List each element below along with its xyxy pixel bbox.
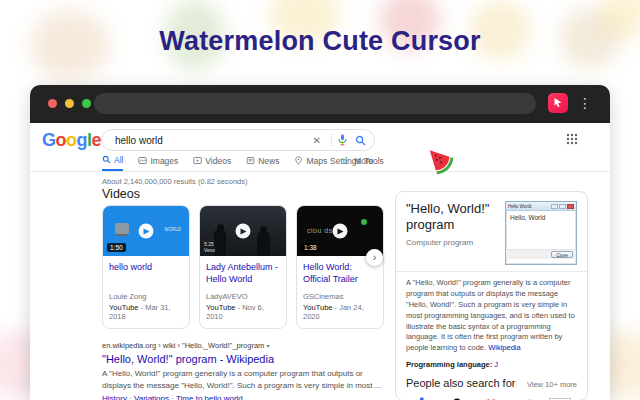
tab-images[interactable]: Images [138, 154, 178, 171]
green-badge [361, 219, 367, 225]
maps-tab-icon [294, 156, 303, 165]
pasf-item-linux[interactable]: Linux [440, 396, 474, 400]
video-source: YouTube [303, 303, 332, 312]
video-meta: GSCinemas YouTubeJan 24, 2020 [297, 292, 383, 328]
google-apps-grid-icon[interactable] [566, 133, 578, 145]
tab-label: Images [150, 156, 178, 166]
tab-all[interactable]: All [102, 154, 123, 171]
play-icon [236, 224, 251, 239]
dialog-body-text: Hello, World [506, 211, 576, 249]
play-icon [333, 224, 348, 239]
tab-news[interactable]: News [246, 154, 279, 171]
traffic-lights [48, 99, 91, 108]
dialog-close-action: Close [551, 251, 573, 258]
video-meta: LadyAVEVO YouTubeNov 6, 2010 [200, 292, 286, 328]
search-tab-icon [102, 155, 111, 164]
videos-tab-icon [193, 156, 202, 165]
organic-result: en.wikipedia.org › wiki › "Hello,_World!… [102, 341, 382, 400]
thumbnail-text: WORLD [164, 227, 181, 232]
close-window-button[interactable] [48, 99, 57, 108]
view-more-link[interactable]: View 10+ more [527, 380, 577, 389]
hello-world-dialog-image[interactable]: Hello World Hello, World Close [505, 201, 577, 265]
video-card[interactable]: 5:25 Vevo Lady Antebellum - Hello World … [199, 205, 287, 329]
clear-search-icon[interactable]: ✕ [308, 135, 326, 146]
knowledge-panel-description: A "Hello, World!" program generally is a… [406, 278, 577, 354]
browser-window: ⋮ Google hello world ✕ [30, 85, 610, 400]
google-logo[interactable]: Google [42, 130, 101, 151]
cursor-arrow-icon [552, 97, 564, 109]
video-duration-badge: 1:38 [301, 243, 320, 252]
person-silhouette [257, 232, 270, 256]
wikipedia-link[interactable]: Wikipedia [488, 343, 521, 352]
pasf-item-intellisense[interactable]: IntelliSen... [542, 396, 577, 400]
person-silhouette [214, 230, 226, 256]
result-sitelinks: HistoryVariationsTime to hello world [102, 394, 382, 400]
browser-menu-icon[interactable]: ⋮ [578, 92, 592, 114]
video-title-link[interactable]: hello world [103, 256, 189, 274]
people-also-search-items: docker Docker [406, 396, 577, 400]
address-bar[interactable] [94, 93, 536, 114]
sitelink[interactable]: Time to hello world [169, 394, 243, 400]
vevo-watermark: 5:25 Vevo [204, 241, 215, 253]
video-title-link[interactable]: Lady Antebellum - Hello World [200, 256, 286, 285]
results-stats: About 2,140,000,000 results (0.82 second… [102, 177, 248, 186]
logo-letter: g [77, 130, 88, 150]
video-source: YouTube [109, 303, 138, 312]
tab-label: News [258, 156, 279, 166]
result-title-link[interactable]: "Hello, World!" program - Wikipedia [102, 353, 382, 365]
video-meta: Louie Zong YouTubeMar 31, 2018 [103, 292, 189, 328]
video-source: YouTube [206, 303, 235, 312]
video-thumbnail[interactable]: WORLD 1:50 [103, 206, 189, 256]
search-input[interactable]: hello world ✕ [101, 129, 375, 151]
browser-titlebar: ⋮ [30, 85, 610, 122]
result-breadcrumb[interactable]: en.wikipedia.org › wiki › "Hello,_World!… [102, 341, 382, 350]
tv-illustration [115, 223, 129, 234]
logo-letter: G [42, 130, 56, 150]
video-channel: Louie Zong [109, 292, 183, 301]
settings-menu[interactable]: Settings [330, 156, 361, 166]
video-card[interactable]: WORLD 1:50 hello world Louie Zong YouTub… [102, 205, 190, 329]
minimize-window-button[interactable] [65, 99, 74, 108]
carousel-next-button[interactable]: › [366, 249, 383, 266]
tab-maps[interactable]: Maps [294, 154, 327, 171]
thumbnail-text: clou ds [307, 227, 333, 234]
video-duration-badge: 1:50 [107, 243, 126, 252]
sitelink[interactable]: Variations [127, 394, 169, 400]
tools-menu[interactable]: Tools [364, 156, 384, 166]
play-icon [139, 224, 154, 239]
images-tab-icon [138, 156, 147, 165]
dialog-close-button [567, 204, 574, 209]
header-divider [30, 171, 610, 172]
people-also-search-heading: People also search for [406, 377, 527, 389]
google-results-page: Google hello world ✕ [30, 122, 610, 400]
dialog-maximize-button [559, 204, 566, 209]
search-divider [331, 134, 332, 146]
search-query-text[interactable]: hello world [115, 135, 308, 146]
logo-letter: o [56, 130, 67, 150]
dialog-minimize-button [551, 204, 558, 209]
result-options-icon[interactable]: ▾ [266, 343, 269, 349]
maximize-window-button[interactable] [82, 99, 91, 108]
video-thumbnail[interactable]: 5:25 Vevo [200, 206, 286, 256]
video-channel: GSCinemas [303, 292, 377, 301]
dialog-titlebar: Hello World [506, 202, 576, 211]
pasf-item-docker[interactable]: docker Docker [406, 396, 440, 400]
programming-language-fact: Programming language: J [406, 360, 577, 369]
logo-letter: e [92, 130, 102, 150]
video-channel: LadyAVEVO [206, 292, 280, 301]
extension-title: Watermelon Cute Cursor [0, 26, 640, 57]
tab-videos[interactable]: Videos [193, 154, 231, 171]
video-thumbnail[interactable]: clou ds 1:38 [297, 206, 383, 256]
watermelon-cursor-icon [426, 147, 454, 175]
sitelink[interactable]: History [102, 394, 127, 400]
cursor-extension-icon[interactable] [548, 93, 568, 113]
language-link[interactable]: J [494, 360, 498, 369]
panel-divider [396, 271, 587, 272]
pasf-item-ubuntu[interactable]: Ubuntu [474, 396, 508, 400]
videos-section-heading: Videos [102, 187, 140, 201]
search-submit-icon[interactable] [355, 135, 366, 146]
video-card[interactable]: clou ds 1:38 Hello World: Official Trail… [296, 205, 384, 329]
voice-search-icon[interactable] [337, 134, 348, 146]
pasf-item-vscode[interactable]: Visual Studio C... [508, 396, 542, 400]
logo-letter: o [66, 130, 77, 150]
